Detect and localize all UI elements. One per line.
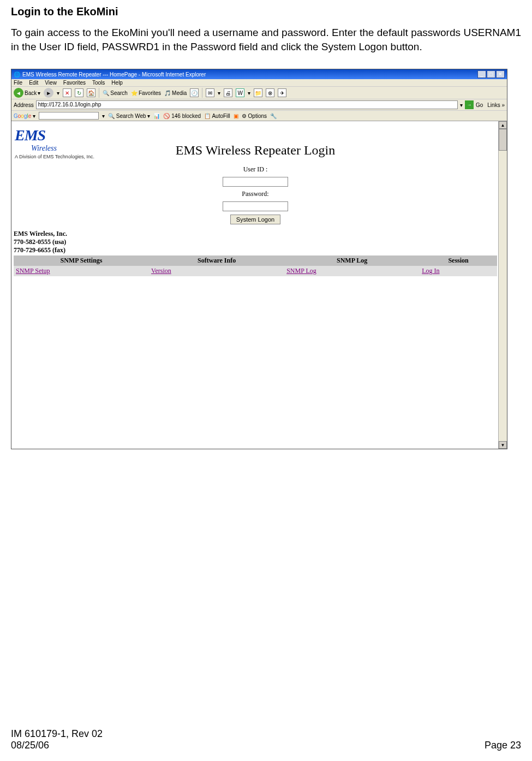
contact-block: EMS Wireless, Inc. 770-582-0555 (usa) 77… [14,230,497,254]
contact-fax: 770-729-6655 (fax) [14,246,497,254]
scroll-down-icon[interactable]: ▼ [499,441,507,449]
google-search-dropdown[interactable]: ▾ [102,113,105,119]
media-button[interactable]: 🎵 Media [164,90,187,96]
nav-link-snmp-setup[interactable]: SNMP Setup [16,267,50,275]
nav-link-row: SNMP Setup Version SNMP Log Log In [14,266,497,276]
favorites-button[interactable]: ⭐ Favorites [131,90,161,96]
dropdown-icon: ▾ [57,90,59,96]
address-input[interactable]: http://172.16.0.1/login.php [36,100,458,109]
folder-button[interactable]: 📁 [254,88,262,97]
forward-button[interactable]: ► [44,88,53,98]
minimize-button[interactable]: _ [477,70,486,78]
section-title: Login to the EkoMini [11,5,521,18]
google-blocked-button[interactable]: 🚫 146 blocked [163,113,201,119]
contact-phone: 770-582-0555 (usa) [14,238,497,246]
history-button[interactable]: 🕘 [190,88,199,97]
google-search-web-button[interactable]: 🔍 Search Web ▾ [108,113,150,119]
tool-button-2[interactable]: ✈ [278,88,286,97]
page-content: ▲ ▼ EMS Wireless A Division of EMS Techn… [11,121,507,449]
print-button[interactable]: 🖨 [224,88,232,97]
footer-doc-id: IM 610179-1, Rev 02 [11,728,103,740]
footer-page-number: Page 23 [485,740,521,751]
nav-table: SNMP Settings Software Info SNMP Log Ses… [14,255,497,276]
address-bar: Address http://172.16.0.1/login.php ▾ → … [11,99,507,110]
window-title-bar: 🌐 EMS Wireless Remote Repeater --- HomeP… [11,69,507,79]
scroll-up-icon[interactable]: ▲ [499,121,507,129]
user-id-input[interactable] [223,177,288,187]
go-button[interactable]: → [465,100,474,109]
password-input[interactable] [223,201,288,211]
menu-view[interactable]: View [45,80,57,86]
menu-file[interactable]: File [14,80,22,86]
login-form: User ID : Password: System Logon [14,165,497,224]
nav-header-row: SNMP Settings Software Info SNMP Log Ses… [14,255,497,266]
favorites-label: Favorites [139,90,161,96]
nav-link-version[interactable]: Version [151,267,171,275]
nav-header-snmp-log: SNMP Log [284,255,420,266]
close-button[interactable]: ✕ [496,70,505,78]
footer-date: 08/25/06 [11,740,103,751]
media-label: Media [172,90,187,96]
back-label: Back [25,90,37,96]
refresh-button[interactable]: ↻ [75,88,83,97]
menu-favorites[interactable]: Favorites [63,80,86,86]
google-search-input[interactable] [39,112,99,120]
menu-tools[interactable]: Tools [92,80,105,86]
menu-bar: File Edit View Favorites Tools Help [11,79,507,86]
scrollbar[interactable]: ▲ ▼ [498,121,507,449]
google-blogger-button[interactable]: ▣ [234,113,238,119]
back-icon: ◄ [14,88,23,98]
nav-header-software-info: Software Info [149,255,284,266]
nav-header-snmp-settings: SNMP Settings [14,255,149,266]
search-button[interactable]: 🔍 Search [103,90,128,96]
home-button[interactable]: 🏠 [87,88,95,97]
contact-company: EMS Wireless, Inc. [14,230,497,238]
search-label: Search [110,90,128,96]
google-extra-icon[interactable]: 🔧 [270,113,277,119]
browser-screenshot: 🌐 EMS Wireless Remote Repeater --- HomeP… [11,69,507,449]
dropdown-icon: ▾ [248,90,250,96]
google-logo: Google ▾ [14,113,35,119]
browser-toolbar: ◄ Back ▾ ► ▾ ✕ ↻ 🏠 🔍 Search ⭐ Favorites … [11,86,507,99]
nav-link-snmp-log[interactable]: SNMP Log [286,267,316,275]
menu-edit[interactable]: Edit [29,80,38,86]
system-logon-button[interactable]: System Logon [230,215,280,224]
separator [99,88,99,98]
google-pagerank-button[interactable]: 📊 [153,113,160,119]
window-title: EMS Wireless Remote Repeater --- HomePag… [22,72,206,78]
address-dropdown-icon[interactable]: ▾ [460,102,463,108]
separator [202,88,202,98]
nav-link-login[interactable]: Log In [422,267,439,275]
google-toolbar: Google ▾ ▾ 🔍 Search Web ▾ 📊 🚫 146 blocke… [11,110,507,121]
stop-button[interactable]: ✕ [63,88,71,97]
go-label: Go [476,102,483,108]
links-label[interactable]: Links » [487,102,505,108]
menu-help[interactable]: Help [111,80,123,86]
dropdown-icon: ▾ [218,90,220,96]
tool-button-1[interactable]: ⊗ [266,88,274,97]
ems-logo-text: EMS [15,127,496,144]
scroll-thumb[interactable] [499,129,507,151]
nav-header-session: Session [420,255,497,266]
address-label: Address [14,102,34,108]
intro-paragraph: To gain access to the EkoMini you'll nee… [11,26,521,53]
document-footer: IM 610179-1, Rev 02 08/25/06 Page 23 [11,728,521,751]
google-options-button[interactable]: ⚙ Options [242,113,267,119]
user-id-label: User ID : [243,165,268,174]
ie-icon: 🌐 [14,72,20,78]
edit-button[interactable]: W [236,88,244,97]
back-button[interactable]: ◄ Back ▾ [14,88,40,98]
password-label: Password: [242,190,268,198]
google-autofill-button[interactable]: 📋 AutoFill [204,113,230,119]
mail-button[interactable]: ✉ [206,88,214,97]
maximize-button[interactable]: □ [487,70,495,78]
